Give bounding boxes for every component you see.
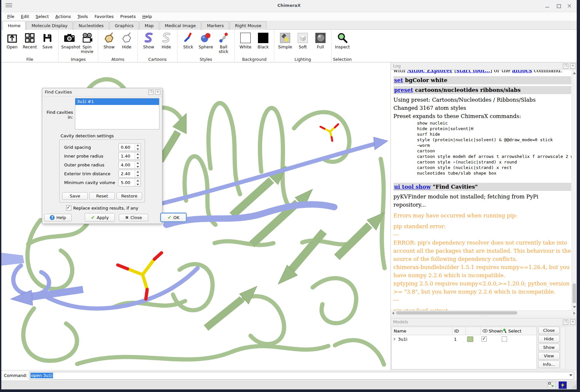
ok-button[interactable]: ✔OK [161,213,186,222]
lighting-full-button[interactable]: Full [312,31,329,49]
resize-grip[interactable] [572,385,576,389]
spin-movie-button[interactable]: Spin movie [79,31,95,54]
cartoons-show-button[interactable]: Show [140,31,157,49]
tab-markers[interactable]: Markers [202,21,229,30]
apply-button[interactable]: ✔Apply [85,213,115,222]
models-show-button[interactable]: Show [538,344,560,351]
scrollbar-thumb[interactable] [396,311,517,315]
scroll-right-icon[interactable] [573,312,575,315]
model-color-swatch[interactable] [467,336,473,342]
spin-up-icon[interactable] [135,179,140,182]
close-button[interactable] [567,3,572,9]
atoms-show-button[interactable]: Show [101,31,117,49]
save-button[interactable]: Save [39,31,56,49]
dialog-title-bar[interactable]: Find Cavities ❐ ✕ [42,88,162,96]
tab-home[interactable]: Home [3,21,26,30]
style-stick-button[interactable]: Stick [180,31,196,49]
tab-graphics[interactable]: Graphics [110,21,139,30]
set-command-link[interactable]: set [394,77,403,83]
reset-settings-button[interactable]: Reset [89,192,115,200]
close-panel-icon[interactable]: ✕ [570,319,575,325]
outer-probe-radius-spinbox[interactable]: 4.00 [118,161,141,169]
tab-map[interactable]: Map [139,21,159,30]
preset-command-link[interactable]: preset [394,87,413,93]
maximize-button[interactable] [556,3,561,9]
float-panel-icon[interactable]: ❐ [563,319,568,325]
models-info-button[interactable]: Info... [538,361,560,368]
menu-tools[interactable]: Tools [74,13,91,20]
replace-results-checkbox[interactable] [66,205,71,211]
scrollbar-thumb[interactable] [572,283,576,303]
recent-button[interactable]: Recent [22,31,38,49]
atoms-hide-button[interactable]: Hide [118,31,135,49]
lighting-simple-button[interactable]: Simple [277,31,293,49]
spin-up-icon[interactable] [135,152,140,156]
models-view-button[interactable]: View [538,352,560,360]
dialog-close-button[interactable]: ✖Close [119,214,148,221]
float-panel-icon[interactable]: ❐ [563,63,568,69]
models-close-button[interactable]: Close [538,327,560,334]
minimize-button[interactable] [545,3,550,9]
menu-presets[interactable]: Presets [117,13,139,20]
scroll-left-icon[interactable] [392,312,394,315]
menu-file[interactable]: File [4,13,18,20]
command-history-dropdown-icon[interactable] [569,374,572,376]
column-shown[interactable]: Shown [480,327,501,335]
open-button[interactable]: Open [4,31,20,49]
background-black-button[interactable]: Black [255,31,271,49]
tab-right-mouse[interactable]: Right Mouse [230,21,267,30]
spin-down-icon[interactable] [135,156,140,160]
ui-tool-show-link[interactable]: ui tool show [394,184,431,190]
graphics-viewport[interactable]: Find Cavities ❐ ✕ Find cavities in: 3u1i… [1,62,391,370]
column-select[interactable]: Select [501,327,536,335]
save-settings-button[interactable]: Save [62,192,88,200]
command-input[interactable]: open 3u1i [29,372,574,380]
tab-molecule-display[interactable]: Molecule Display [26,21,73,30]
float-panel-icon[interactable]: ❐ [148,90,154,95]
scroll-down-icon[interactable] [573,306,576,308]
model-row-3u1i[interactable]: 3u1i 1 [392,335,536,343]
models-title-bar[interactable]: Models ❐ ✕ [391,318,577,326]
column-color[interactable] [466,327,480,335]
model-listbox[interactable]: 3u1i #1 [75,98,159,129]
menu-edit[interactable]: Edit [18,13,32,20]
spin-down-icon[interactable] [135,174,140,177]
altlocs-link[interactable]: altlocs [512,70,532,74]
model-list-item[interactable]: 3u1i #1 [75,98,159,105]
spin-up-icon[interactable] [135,170,140,174]
expand-arrow-icon[interactable] [394,337,396,341]
lightning-button[interactable] [558,381,567,389]
style-sphere-button[interactable]: Sphere [198,31,214,49]
minimum-cavity-volume-spinbox[interactable]: 5.00 [118,179,141,186]
log-content[interactable]: with Altloc Explorer [start tool...] or … [391,70,572,310]
spin-down-icon[interactable] [135,165,140,168]
menu-select[interactable]: Select [32,13,52,20]
exterior-trim-distance-spinbox[interactable]: 2.40 [118,170,141,178]
menu-favorites[interactable]: Favorites [91,13,117,20]
column-id[interactable]: ID [452,327,466,335]
log-vertical-scrollbar[interactable] [571,70,577,310]
menu-actions[interactable]: Actions [52,13,74,20]
lighting-soft-button[interactable]: Soft [295,31,311,49]
close-panel-icon[interactable]: ✕ [570,63,575,69]
altloc-explorer-link[interactable]: Altloc Explorer [407,70,453,74]
model-select-checkbox[interactable] [502,336,507,342]
background-white-button[interactable]: White [237,31,254,49]
spin-up-icon[interactable] [135,144,140,147]
restore-settings-button[interactable]: Restore [117,192,142,200]
cartoons-hide-button[interactable]: Hide [158,31,174,49]
menu-help[interactable]: Help [139,13,155,20]
close-panel-icon[interactable]: ✕ [155,90,160,95]
spin-down-icon[interactable] [135,147,140,151]
model-shown-checkbox[interactable] [481,336,487,342]
panel-splitter[interactable] [391,315,577,318]
tab-nucleotides[interactable]: Nucleotides [73,21,109,30]
inner-probe-radius-spinbox[interactable]: 1.40 [118,152,141,160]
inspect-button[interactable]: Inspect [334,31,351,49]
style-ball-stick-button[interactable]: Ball stick [215,31,232,54]
spin-down-icon[interactable] [135,182,140,186]
start-tool-link[interactable]: start tool... [456,70,490,74]
snapshot-button[interactable]: Snapshot [61,31,78,49]
grid-spacing-spinbox[interactable]: 0.60 [118,143,141,151]
scroll-up-icon[interactable] [573,72,576,74]
